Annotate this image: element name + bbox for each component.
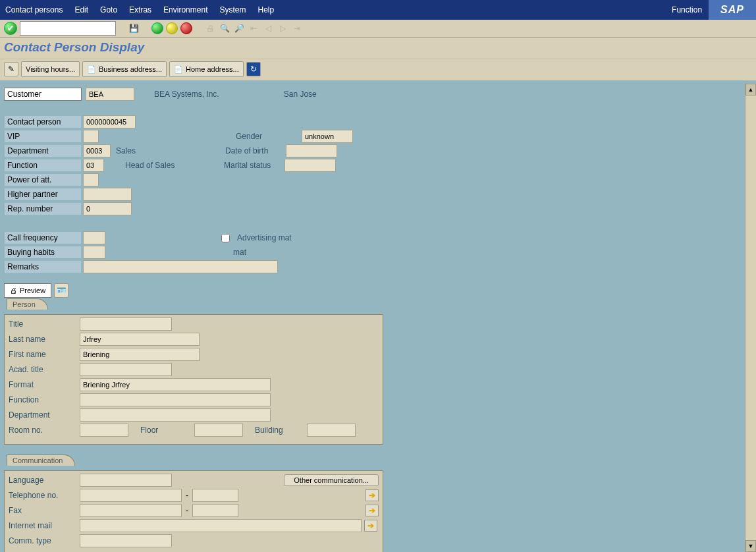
title-field[interactable] [80,317,172,331]
menu-help[interactable]: Help [258,5,275,14]
remarks-field[interactable] [83,260,278,273]
scroll-down-icon[interactable]: ▼ [745,540,756,552]
dob-field[interactable] [286,144,337,157]
remarks-label: Remarks [4,260,82,273]
poa-field[interactable] [83,173,99,186]
mail-more-button[interactable]: ➔ [364,520,377,532]
function-field[interactable]: 03 [83,159,104,172]
telephone-label: Telephone no. [9,491,80,500]
prev-page-icon[interactable]: ◁ [262,22,274,34]
first-name-label: First name [9,350,80,359]
next-page-icon[interactable]: ▷ [277,22,288,34]
menu-system[interactable]: System [219,5,246,14]
internet-mail-label: Internet mail [9,521,80,530]
telephone-ext-field[interactable] [192,489,238,502]
fax-more-button[interactable]: ➔ [365,505,379,516]
command-field[interactable] [20,21,116,36]
telephone-field[interactable] [80,489,182,502]
communication-tab[interactable]: Communication [7,455,75,466]
last-name-label: Last name [9,335,80,344]
company-name: BEA Systems, Inc. [149,90,219,99]
fax-ext-field[interactable] [192,504,238,517]
function-label: Function [4,159,82,172]
department-text: Sales [111,146,136,155]
language-label: Language [9,476,80,485]
rep-number-field[interactable]: 0 [83,202,132,215]
back-button[interactable] [151,22,163,34]
person-department-field[interactable] [80,408,271,422]
language-field[interactable] [80,474,172,487]
customer-field[interactable]: BEA [86,88,134,101]
acad-title-field[interactable] [80,363,172,376]
menu-goto[interactable]: Goto [100,5,117,14]
menu-bar: Contact persons Edit Goto Extras Environ… [0,0,756,20]
arrow-right-icon: ➔ [369,491,375,500]
last-page-icon[interactable]: ⇥ [291,22,303,34]
find-icon[interactable]: 🔍 [219,22,230,34]
other-communication-button[interactable]: Other communication... [284,474,379,486]
building-label: Building [250,426,283,435]
doc-icon: 📄 [87,65,96,74]
function-text: Head of Sales [120,161,175,170]
menu-edit[interactable]: Edit [74,5,88,14]
internet-mail-field[interactable] [80,519,362,532]
standard-toolbar: ✔ 💾 🖨 🔍 🔎 ⇤ ◁ ▷ ⇥ [0,20,756,38]
app-toolbar: ✎ Visiting hours... 📄Business address...… [0,59,756,80]
refresh-icon[interactable]: ↻ [246,62,261,76]
fax-label: Fax [9,506,80,515]
fax-field[interactable] [80,504,182,517]
visiting-hours-button[interactable]: Visiting hours... [21,61,80,77]
gender-field[interactable]: unknown [302,130,353,143]
format-field[interactable]: Briening Jrfrey [80,378,271,391]
first-name-field[interactable]: Briening [80,348,200,361]
contact-person-field[interactable]: 0000000045 [83,115,136,128]
first-page-icon[interactable]: ⇤ [248,22,259,34]
vip-field[interactable] [83,130,99,143]
last-name-field[interactable]: Jrfrey [80,333,200,346]
home-address-button[interactable]: 📄Home address... [169,61,244,77]
menu-function[interactable]: Function [672,5,702,14]
person-tab[interactable]: Person [7,298,48,310]
preview-button[interactable]: 🖨Preview [4,283,51,298]
advertising-checkbox[interactable] [221,234,230,242]
telephone-more-button[interactable]: ➔ [365,489,379,501]
vertical-scrollbar[interactable]: ▲ ▼ [745,84,756,552]
business-card-icon[interactable]: 🪪 [54,283,68,298]
poa-label: Power of att. [4,173,82,186]
content-area: Customer BEA BEA Systems, Inc. San Jose … [0,80,756,552]
print-icon[interactable]: 🖨 [204,22,216,34]
acad-title-label: Acad. title [9,365,80,374]
department-field[interactable]: 0003 [83,144,111,157]
call-frequency-label: Call frequency [4,231,82,244]
person-department-label: Department [9,410,80,420]
company-city: San Jose [279,90,317,99]
comm-type-field[interactable] [80,534,172,547]
person-group: Title Last nameJrfrey First nameBriening… [4,314,383,445]
higher-partner-field[interactable] [83,188,132,201]
business-address-button[interactable]: 📄Business address... [82,61,167,77]
menu-environment[interactable]: Environment [163,5,207,14]
buying-habits-field[interactable] [83,246,105,259]
person-function-field[interactable] [80,393,271,406]
change-icon[interactable]: ✎ [4,62,18,76]
floor-field[interactable] [194,424,243,437]
exit-button[interactable] [166,22,178,34]
format-label: Format [9,380,80,389]
menu-contact-persons[interactable]: Contact persons [5,5,63,14]
marital-field[interactable] [284,159,336,172]
room-field[interactable] [80,424,128,437]
save-icon[interactable]: 💾 [128,22,140,34]
department-label: Department [4,144,82,157]
find-next-icon[interactable]: 🔎 [233,22,245,34]
menu-extras[interactable]: Extras [129,5,151,14]
call-frequency-field[interactable] [83,231,105,244]
enter-button[interactable]: ✔ [4,22,17,35]
building-field[interactable] [307,424,356,437]
comm-type-label: Comm. type [9,536,80,545]
person-function-label: Function [9,395,80,404]
room-label: Room no. [9,426,80,435]
cancel-button[interactable] [180,22,192,34]
scroll-up-icon[interactable]: ▲ [745,84,756,96]
marital-label: Marital status [219,161,290,170]
advertising-label: Advertising mat [232,233,292,242]
